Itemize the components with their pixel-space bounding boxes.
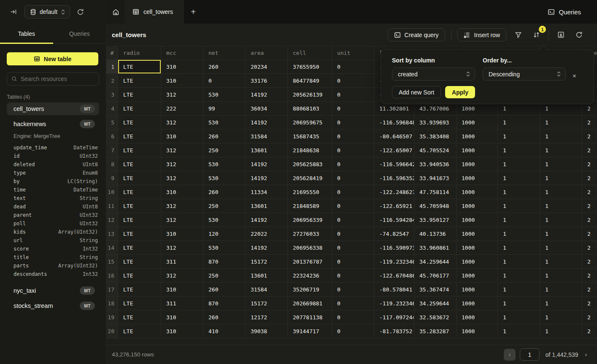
table-cell[interactable]: 310 [161, 185, 203, 199]
table-cell[interactable]: 312 [161, 213, 203, 227]
table-cell[interactable]: 260 [203, 185, 246, 199]
table-cell[interactable]: 33.950127 [414, 213, 457, 227]
table-cell[interactable]: -122.65921 [374, 199, 414, 213]
table-cell[interactable]: LTE [118, 241, 161, 255]
table-cell[interactable]: 1000 [457, 213, 498, 227]
new-table-button[interactable]: New table [7, 52, 98, 65]
table-cell[interactable]: 260 [203, 310, 246, 324]
table-cell[interactable]: 2 [582, 116, 597, 129]
table-cell[interactable]: 0 [332, 102, 374, 116]
table-cell[interactable]: 1000 [457, 283, 498, 297]
table-cell[interactable]: 1000 [457, 129, 498, 143]
table-cell[interactable]: LTE [118, 283, 161, 297]
table-cell[interactable]: 39038 [246, 324, 288, 338]
table-cell[interactable]: 22324236 [288, 269, 332, 283]
table-cell[interactable]: 202669881 [288, 297, 332, 310]
table-cell[interactable]: -116.590973 [374, 241, 414, 255]
table-cell[interactable]: 0 [332, 171, 374, 185]
column-header[interactable]: unit [332, 46, 374, 60]
previous-page-button[interactable]: ‹ [504, 349, 516, 361]
table-cell[interactable]: 14192 [246, 157, 288, 171]
table-cell[interactable]: 1 [498, 241, 540, 255]
table-cell[interactable]: 1 [498, 310, 540, 324]
table-cell[interactable]: 0 [332, 310, 374, 324]
table-cell[interactable]: 1 [498, 283, 540, 297]
table-cell[interactable]: 21695550 [288, 185, 332, 199]
queries-button[interactable]: Queries [548, 0, 597, 24]
table-cell[interactable]: LTE [118, 60, 161, 74]
table-cell[interactable]: 310 [161, 227, 203, 241]
table-cell[interactable]: 1 [498, 116, 540, 129]
table-cell[interactable]: LTE [118, 116, 161, 129]
table-cell[interactable]: 1 [498, 171, 540, 185]
table-cell[interactable]: 1000 [457, 199, 498, 213]
table-cell[interactable]: LTE [118, 297, 161, 310]
table-cell[interactable]: LTE [118, 324, 161, 338]
table-cell[interactable]: 310 [161, 129, 203, 143]
table-cell[interactable]: LTE [118, 143, 161, 157]
table-cell[interactable]: 1 [498, 227, 540, 241]
table-cell[interactable]: LTE [118, 171, 161, 185]
table-cell[interactable]: 530 [203, 116, 246, 129]
table-cell[interactable]: 2 [582, 185, 597, 199]
table-cell[interactable]: 310 [161, 324, 203, 338]
table-cell[interactable]: 35.367474 [414, 283, 457, 297]
table-cell[interactable]: 31584 [246, 283, 288, 297]
table-cell[interactable]: 206959675 [288, 116, 332, 129]
table-cell[interactable]: 13601 [246, 199, 288, 213]
table-cell[interactable]: 310 [161, 60, 203, 74]
table-cell[interactable]: 14192 [246, 116, 288, 129]
column-header[interactable]: radio [118, 46, 161, 60]
tab-cell-towers[interactable]: cell_towers [125, 0, 184, 24]
sidebar-tab-queries[interactable]: Queries [53, 24, 106, 43]
table-cell[interactable]: 21848638 [288, 143, 332, 157]
refresh-table-button[interactable] [573, 29, 585, 41]
table-cell[interactable]: 0 [332, 283, 374, 297]
table-cell[interactable]: 0 [332, 324, 374, 338]
table-cell[interactable]: 1 [540, 185, 582, 199]
table-cell[interactable]: -116.596352 [374, 171, 414, 185]
table-cell[interactable]: LTE [118, 157, 161, 171]
table-cell[interactable]: LTE [118, 74, 161, 88]
table-cell[interactable]: 260 [203, 129, 246, 143]
sidebar-tab-tables[interactable]: Tables [0, 24, 53, 43]
table-cell[interactable]: 1000 [457, 171, 498, 185]
table-cell[interactable]: 1 [540, 199, 582, 213]
table-cell[interactable]: 34.259644 [414, 255, 457, 269]
next-page-button[interactable]: › [585, 351, 587, 358]
table-cell[interactable]: 14192 [246, 171, 288, 185]
table-cell[interactable]: 1000 [457, 143, 498, 157]
table-cell[interactable]: 530 [203, 157, 246, 171]
table-cell[interactable]: 39144717 [288, 324, 332, 338]
table-cell[interactable]: 311 [161, 297, 203, 310]
table-cell[interactable]: 2 [582, 129, 597, 143]
table-cell[interactable]: 11334 [246, 185, 288, 199]
table-cell[interactable]: 312 [161, 269, 203, 283]
table-cell[interactable]: 12172 [246, 310, 288, 324]
table-cell[interactable]: 870 [203, 297, 246, 310]
table-cell[interactable]: 45.706177 [414, 269, 457, 283]
table-cell[interactable]: 0 [332, 213, 374, 227]
table-cell[interactable]: 1 [540, 324, 582, 338]
table-cell[interactable]: 1 [540, 213, 582, 227]
table-cell[interactable]: 312 [161, 143, 203, 157]
table-cell[interactable]: LTE [118, 213, 161, 227]
table-cell[interactable]: 1 [540, 116, 582, 129]
table-cell[interactable]: 15172 [246, 297, 288, 310]
table-cell[interactable]: 312 [161, 157, 203, 171]
table-cell[interactable]: 1000 [457, 269, 498, 283]
table-cell[interactable]: 14192 [246, 213, 288, 227]
table-cell[interactable]: 2 [582, 310, 597, 324]
table-cell[interactable]: 1 [540, 283, 582, 297]
table-cell[interactable]: 40.13736 [414, 227, 457, 241]
sidebar-item-hackernews[interactable]: hackernews MT [7, 118, 99, 130]
table-cell[interactable]: 0 [332, 255, 374, 269]
table-cell[interactable]: 205626139 [288, 88, 332, 102]
column-header[interactable]: mcc [161, 46, 203, 60]
table-cell[interactable]: 250 [203, 199, 246, 213]
table-cell[interactable]: 1 [540, 255, 582, 269]
table-cell[interactable]: 870 [203, 255, 246, 269]
table-cell[interactable]: 33.941673 [414, 171, 457, 185]
table-cell[interactable]: 13601 [246, 269, 288, 283]
table-cell[interactable]: LTE [118, 102, 161, 116]
